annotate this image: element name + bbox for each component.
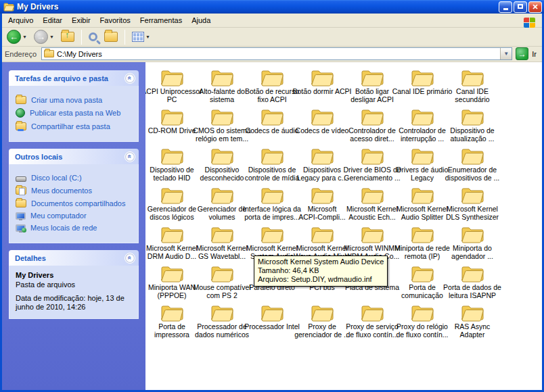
minimize-button[interactable] <box>499 1 512 13</box>
folder-item[interactable]: Miniporta de rede remota (IP) <box>397 224 447 263</box>
task-item-label[interactable]: Criar uma nova pasta <box>31 96 102 104</box>
folder-item[interactable]: Miniporta WAN (PPPOE) <box>147 263 197 302</box>
file-tasks-panel-header[interactable]: Tarefas de arquivo e pasta « <box>9 70 139 86</box>
folder-item[interactable]: Microsoft Kernel GS Wavetabl... <box>197 224 247 263</box>
folder-item[interactable]: Porta de comunicação <box>397 263 447 302</box>
address-combobox[interactable]: C:\My Drivers ▼ <box>41 47 512 60</box>
folder-label: Microsoft Kernel Audio Splitter <box>396 205 448 221</box>
folder-item[interactable]: RAS Async Adapter <box>447 302 497 341</box>
close-button[interactable]: ✕ <box>528 1 542 13</box>
folder-item[interactable]: Proxy de gerenciador de ... <box>297 302 347 341</box>
other-places-panel-header[interactable]: Outros locais « <box>9 149 139 164</box>
menu-item[interactable]: Editar <box>38 14 67 26</box>
folder-item[interactable]: Proxy de serviço de fluxo contín... <box>347 302 397 341</box>
folder-label: Proxy de gerenciador de ... <box>294 323 350 339</box>
collapse-chevron-icon[interactable]: « <box>124 253 135 264</box>
menu-item[interactable]: Favoritos <box>95 14 135 26</box>
views-button[interactable]: ▼ <box>130 30 152 44</box>
place-item[interactable]: Disco local (C:) <box>16 174 135 182</box>
menu-item[interactable]: Exibir <box>67 14 95 26</box>
folder-item[interactable]: Porta de impressora <box>147 302 197 341</box>
folder-item[interactable]: Microsoft ACPI-Compli... <box>297 185 347 224</box>
address-dropdown-button[interactable]: ▼ <box>500 48 512 59</box>
folder-item[interactable]: Interface lógica da porta de impres... <box>247 185 297 224</box>
folder-item[interactable]: Codecs de vídeo <box>297 106 347 145</box>
menu-item[interactable]: Ferramentas <box>135 14 187 26</box>
folder-item[interactable]: Miniporta do agendador ... <box>447 224 497 263</box>
folders-button[interactable] <box>102 30 120 44</box>
place-item[interactable]: Meu computador <box>16 212 135 220</box>
place-item[interactable]: Meus documentos <box>16 186 135 195</box>
menu-item[interactable]: Arquivo <box>3 14 38 26</box>
folder-item[interactable]: Enumerador de dispositivos de ... <box>447 145 497 185</box>
place-item[interactable]: Meus locais de rede <box>16 224 135 232</box>
folder-label: Enumerador de dispositivos de ... <box>445 166 500 182</box>
task-item-icon <box>16 122 26 130</box>
folder-item[interactable]: CMOS do sistema relógio em tem... <box>197 106 247 145</box>
collapse-chevron-icon[interactable]: « <box>124 151 135 162</box>
folder-item[interactable]: Drivers de áudio Legacy <box>397 145 447 185</box>
up-button[interactable]: ↑ <box>59 30 76 44</box>
folder-item[interactable]: Dispositivo de teclado HID <box>147 145 197 185</box>
folder-item[interactable]: Botão de recurso fixo ACPI <box>247 67 297 106</box>
place-item-label[interactable]: Meus locais de rede <box>30 224 97 232</box>
back-button[interactable]: ← ▼ <box>5 28 29 46</box>
panel-title: Tarefas de arquivo e pasta <box>15 74 108 82</box>
place-item[interactable]: Documentos compartilhados <box>16 199 135 207</box>
folder-item[interactable]: Porta de dados de leitura ISAPNP <box>447 263 497 302</box>
go-button[interactable]: → <box>516 47 528 60</box>
forward-dropdown-icon[interactable]: ▼ <box>49 34 54 39</box>
folder-item[interactable]: Mouse compatível com PS 2 <box>197 263 247 302</box>
search-button[interactable] <box>87 30 99 43</box>
task-item[interactable]: Criar uma nova pasta <box>16 95 135 104</box>
folder-item[interactable]: Microsoft Kernel DRM Audio D... <box>147 224 197 263</box>
folder-item[interactable]: Canal IDE secundário <box>447 67 497 106</box>
folder-item[interactable]: Processador Intel <box>247 302 297 341</box>
folder-item[interactable]: CD-ROM Drive <box>147 106 197 145</box>
maximize-button[interactable] <box>514 1 527 13</box>
folder-item[interactable]: Driver de BIOS de Gerenciamento ... <box>347 145 397 185</box>
folder-item[interactable]: Dispositivo de atualização ... <box>447 106 497 145</box>
back-dropdown-icon[interactable]: ▼ <box>22 34 27 39</box>
folder-item[interactable]: Controlador de acesso diret... <box>347 106 397 145</box>
folder-item[interactable]: Microsoft Kernel DLS Synthesizer <box>447 185 497 224</box>
folder-label: Gerenciador de discos lógicos <box>148 205 196 221</box>
folder-label: Dispositivo de teclado HID <box>150 166 194 182</box>
folder-icon <box>361 186 384 204</box>
folder-item[interactable]: Gerenciador de volumes <box>197 185 247 224</box>
folder-icon <box>211 264 233 283</box>
collapse-chevron-icon[interactable]: « <box>124 73 135 84</box>
folder-item[interactable]: Dispositivos Legacy para c... <box>297 145 347 185</box>
address-label: Endereço <box>5 50 38 58</box>
place-item-label[interactable]: Disco local (C:) <box>31 174 82 182</box>
task-item[interactable]: Compartilhar esta pasta <box>16 122 135 130</box>
folder-item[interactable]: Codecs de áudio <box>247 106 297 145</box>
place-item-label[interactable]: Meus documentos <box>31 187 92 195</box>
folder-item[interactable]: Dispositivos de controle de mídia <box>247 145 297 185</box>
menu-item[interactable]: Ajuda <box>187 14 215 26</box>
folder-item[interactable]: Proxy do relógio de fluxo contín... <box>397 302 447 341</box>
task-item-label[interactable]: Compartilhar esta pasta <box>31 122 110 130</box>
forward-button[interactable]: → ▼ <box>32 28 56 46</box>
place-item-label[interactable]: Meu computador <box>30 212 87 220</box>
folder-item[interactable]: Processador de dados numéricos <box>197 302 247 341</box>
title-bar: My Drivers ✕ <box>0 0 544 14</box>
folder-item[interactable]: Alto-falante do sistema <box>197 67 247 106</box>
folder-item[interactable]: Canal IDE primário <box>397 67 447 106</box>
views-dropdown-icon[interactable]: ▼ <box>145 34 150 39</box>
folder-item[interactable]: Controlador de interrupção ... <box>397 106 447 145</box>
tooltip-line: Tamanho: 46,4 KB <box>258 266 384 275</box>
details-panel-header[interactable]: Detalhes « <box>9 250 139 266</box>
address-value[interactable]: C:\My Drivers <box>57 50 497 58</box>
folder-item[interactable]: Microsoft Kernel Acoustic Ech... <box>347 185 397 224</box>
place-item-label[interactable]: Documentos compartilhados <box>31 199 125 207</box>
folder-item[interactable]: Botão dormir ACPI <box>297 67 347 106</box>
folder-icon <box>161 107 183 126</box>
folder-item[interactable]: Gerenciador de discos lógicos <box>147 185 197 224</box>
task-item-label[interactable]: Publicar esta pasta na Web <box>30 109 120 117</box>
task-item[interactable]: Publicar esta pasta na Web <box>16 108 135 118</box>
folder-item[interactable]: ACPI Uniprocessor PC <box>147 67 197 106</box>
folder-item[interactable]: Dispositivo desconhecido <box>197 145 247 185</box>
folder-item[interactable]: Microsoft Kernel Audio Splitter <box>397 185 447 224</box>
folder-item[interactable]: Botão ligar desligar ACPI <box>347 67 397 106</box>
